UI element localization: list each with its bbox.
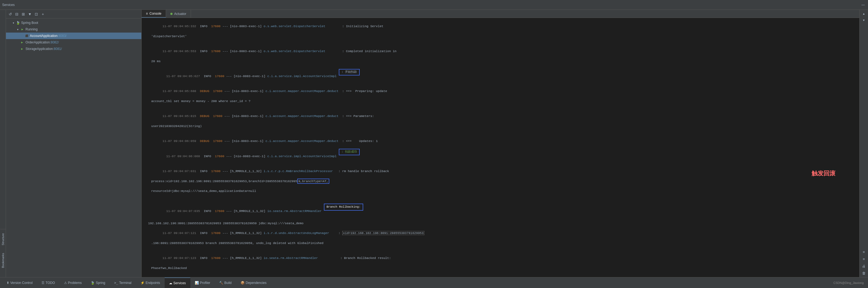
tab-actuator[interactable]: Actuator	[166, 10, 191, 18]
build-icon: 🔨	[219, 281, 223, 285]
annotation-branch-rollbacking: Branch Rollbacking:	[324, 204, 363, 211]
print-icon[interactable]: 🖨	[861, 263, 867, 269]
spring-boot-label: Spring Boot	[21, 21, 38, 25]
build-label: Build	[224, 281, 231, 285]
title-bar: Services —	[0, 0, 868, 10]
dependencies-label: Dependencies	[246, 281, 267, 285]
account-app-node[interactable]: ⬛ AccountApplication :8083/	[6, 33, 141, 39]
tab-todo[interactable]: ☰ TODO	[37, 278, 59, 288]
annotation-kaishi: : 开始扣款	[339, 69, 360, 76]
log-line-7: 11-07 09:04:06:060 INFO 17600 --- [nio-8…	[144, 149, 857, 164]
running-node[interactable]: ▾ ▶ Running	[6, 26, 141, 33]
log-line-6: 11-07 09:04:06:059 DEBUG 17600 --- [nio-…	[144, 134, 857, 149]
log-line-5: 11-07 09:04:05:815 DEBUG 17600 --- [nio-…	[144, 109, 857, 134]
endpoints-label: Endpoints	[146, 281, 160, 285]
problems-icon: ⚠	[64, 281, 67, 285]
settings-icon[interactable]: ≡	[861, 256, 867, 262]
todo-label: TODO	[45, 281, 55, 285]
tab-terminal[interactable]: >_ Terminal	[110, 278, 136, 288]
log-line-4: 11-07 09:04:05:688 DEBUG 17600 --- [nio-…	[144, 84, 857, 109]
log-line-11: 11-07 09:04:07:123 INFO 17600 --- [h_RMR…	[144, 251, 857, 276]
scroll-up-button[interactable]: ▲	[860, 11, 868, 16]
order-app-arrow: ▶	[20, 40, 24, 44]
right-panel: ▲ ▼ ≡ ≡ 🖨 🗑	[859, 10, 868, 277]
version-control-icon: ⬆	[6, 281, 9, 285]
tab-profiler[interactable]: 📊 Profiler	[190, 278, 215, 288]
log-line-1: 11-07 09:04:05:332 INFO 17600 --- [nio-8…	[144, 19, 857, 44]
tab-version-control[interactable]: ⬆ Version Control	[2, 278, 37, 288]
collapse-all-icon[interactable]: ⊟	[14, 11, 20, 17]
log-line-2: 11-07 09:04:05:553 INFO 17600 --- [nio-8…	[144, 44, 857, 69]
log-line-8: 11-07 09:04:07:031 INFO 17600 --- [h_RMR…	[144, 164, 857, 204]
tab-problems[interactable]: ⚠ Problems	[60, 278, 87, 288]
bottom-bar: ⬆ Version Control ☰ TODO ⚠ Problems 🍃 Sp…	[0, 277, 868, 288]
running-icon: ▶	[20, 27, 24, 31]
structure-tab[interactable]: Structure	[0, 229, 6, 249]
tab-dependencies[interactable]: 📦 Dependencies	[236, 278, 271, 288]
console-output: 11-07 09:04:05:332 INFO 17600 --- [nio-8…	[142, 18, 859, 277]
todo-icon: ☰	[41, 281, 44, 285]
scroll-down-button[interactable]: ▼	[860, 18, 868, 23]
log-line-9: 11-07 09:04:07:035 INFO 17600 --- [h_RMR…	[144, 204, 857, 226]
problems-label: Problems	[68, 281, 82, 285]
storage-app-node[interactable]: ▶ StorageApplication :8081/	[6, 46, 141, 52]
wrap-icon[interactable]: ≡	[861, 249, 867, 255]
tab-build[interactable]: 🔨 Build	[215, 278, 236, 288]
refresh-icon[interactable]: ↺	[8, 11, 13, 17]
running-label: Running	[26, 27, 38, 31]
window-title: Services	[2, 3, 14, 7]
order-app-port: :8082/	[50, 40, 59, 44]
spring-tab-icon: 🍃	[91, 281, 95, 285]
spring-boot-icon: 🍃	[16, 21, 20, 25]
profiler-label: Profiler	[200, 281, 210, 285]
endpoints-icon: ⚡	[141, 281, 145, 285]
account-app-arrow	[20, 34, 24, 38]
tab-services[interactable]: ☁ Services	[165, 278, 190, 288]
chinese-annotation-chufa: 触发回滚	[812, 169, 835, 179]
account-app-label: AccountApplication	[30, 34, 58, 38]
order-app-label: OrderApplication	[26, 40, 50, 44]
dependencies-icon: 📦	[241, 281, 245, 285]
running-arrow: ▾	[16, 27, 20, 31]
clear-icon[interactable]: 🗑	[861, 270, 867, 276]
spring-boot-arrow: ▾	[11, 21, 15, 25]
order-app-node[interactable]: ▶ OrderApplication :8082/	[6, 39, 141, 46]
services-tree: ▾ 🍃 Spring Boot ▾ ▶ Running ⬛ AccountApp…	[6, 19, 141, 277]
annotation-kouquan: : 扣款成功	[339, 149, 360, 155]
filter-icon[interactable]: ▼	[27, 11, 33, 17]
add-icon[interactable]: +	[40, 11, 45, 17]
spring-boot-node[interactable]: ▾ 🍃 Spring Boot	[6, 20, 141, 26]
window-minimize[interactable]: —	[860, 2, 866, 8]
account-app-icon: ⬛	[24, 34, 29, 38]
group-icon[interactable]: ⊡	[34, 11, 39, 17]
services-label: Services	[173, 281, 186, 285]
profiler-icon: 📊	[195, 281, 199, 285]
storage-app-port: :8081/	[53, 47, 62, 51]
bookmarks-tab[interactable]: Bookmarks	[0, 249, 6, 272]
log-line-3: 11-07 09:04:05:627 INFO 17600 --- [nio-8…	[144, 69, 857, 84]
terminal-icon: >_	[114, 281, 118, 285]
version-control-label: Version Control	[10, 281, 33, 285]
storage-app-arrow: ▶	[20, 47, 24, 51]
account-app-port: :8083/	[58, 34, 66, 38]
terminal-label: Terminal	[119, 281, 131, 285]
console-tab-label: Console	[150, 12, 161, 16]
services-icon: ☁	[169, 281, 172, 285]
tab-spring[interactable]: 🍃 Spring	[86, 278, 110, 288]
spring-tab-label: Spring	[96, 281, 105, 285]
actuator-dot-icon	[170, 13, 173, 15]
tab-console[interactable]: ≡ Console	[142, 10, 166, 18]
storage-app-label: StorageApplication	[26, 47, 53, 51]
expand-all-icon[interactable]: ⊞	[21, 11, 26, 17]
bottom-right-text: CSDN@Ding_Jiaxiong	[834, 281, 866, 285]
log-line-10: 11-07 09:04:07:121 INFO 17600 --- [h_RMR…	[144, 226, 857, 251]
tab-endpoints[interactable]: ⚡ Endpoints	[136, 278, 165, 288]
actuator-tab-label: Actuator	[174, 12, 186, 16]
console-tabs: ≡ Console Actuator	[142, 10, 859, 18]
console-tab-icon: ≡	[146, 12, 148, 16]
